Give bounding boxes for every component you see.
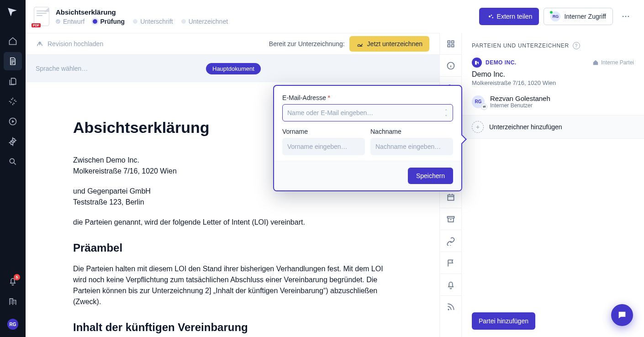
sign-now-button[interactable]: Jetzt unterzeichnen [349, 36, 429, 52]
lastname-label: Nachname [370, 128, 453, 135]
header-more-icon[interactable] [618, 8, 634, 25]
doc-subheading: Präambel [73, 242, 394, 254]
email-combobox[interactable]: ⌃⌄ [282, 104, 453, 121]
document-file-icon: PDF [34, 7, 49, 26]
nav-home-icon[interactable] [4, 32, 22, 50]
tab-main-document[interactable]: Hauptdokument [206, 63, 261, 74]
party-company-name: Demo Inc. [472, 70, 634, 79]
ready-to-sign-label: Bereit zur Unterzeichnung: [269, 40, 345, 47]
document-subbar: Revision hochladen Bereit zur Unterzeich… [26, 33, 439, 55]
email-label: E-Mail-Adresse * [282, 94, 453, 101]
language-select[interactable]: Sprache wählen… [36, 65, 88, 72]
org-code: DEMO INC. [486, 59, 517, 66]
rail-archive-icon[interactable] [440, 208, 462, 230]
help-icon[interactable]: ? [573, 42, 580, 49]
party-address: Molkereistraße 7/16, 1020 Wien [472, 79, 634, 86]
presence-indicator [549, 11, 553, 14]
stage-draft[interactable]: Entwurf [56, 18, 84, 25]
document-stage-row: Entwurf Prüfung Unterschrift Unterzeichn… [56, 18, 228, 25]
plus-icon: + [472, 121, 484, 133]
nav-notifications-icon[interactable]: 5 [4, 272, 22, 290]
nav-documents-icon[interactable] [4, 52, 22, 70]
nav-play-icon[interactable] [4, 112, 22, 131]
internal-access-button[interactable]: RG Interner Zugriff [544, 8, 613, 25]
nav-user-avatar[interactable]: RG [7, 319, 18, 330]
stage-signature[interactable]: Unterschrift [133, 18, 173, 25]
signer-role: Interner Benutzer [490, 102, 550, 109]
share-external-button[interactable]: Extern teilen [479, 8, 539, 25]
save-button[interactable]: Speichern [408, 168, 453, 184]
app-left-rail: 5 RG [0, 0, 26, 337]
add-signer-popover: E-Mail-Adresse * ⌃⌄ Vorname Nachname Spe… [273, 85, 462, 191]
add-party-button[interactable]: Partei hinzufügen [472, 312, 535, 330]
rail-link-icon[interactable] [440, 230, 462, 252]
document-title: Absichtserklärung [56, 8, 228, 16]
nav-search-icon[interactable] [4, 153, 22, 171]
upload-revision-button[interactable]: Revision hochladen [36, 40, 103, 48]
email-input[interactable] [287, 109, 444, 116]
svg-point-5 [628, 16, 629, 17]
rail-flag-icon[interactable] [440, 252, 462, 274]
signer-avatar: RG ⇄ [472, 95, 485, 108]
stage-review[interactable]: Prüfung [93, 18, 125, 25]
notifications-badge: 5 [14, 274, 20, 280]
doc-text: die Parteien genannt, wird der folgende … [73, 217, 394, 228]
nav-activity-icon[interactable] [4, 92, 22, 111]
nav-settings-icon[interactable] [4, 132, 22, 151]
nav-org-icon[interactable] [4, 292, 22, 311]
firstname-label: Vorname [282, 128, 365, 135]
header-avatar: RG [550, 11, 560, 21]
app-logo [6, 6, 19, 19]
intercom-chat-button[interactable] [611, 304, 633, 326]
document-header: PDF Absichtserklärung Entwurf Prüfung Un… [26, 0, 644, 33]
lastname-input[interactable] [370, 138, 453, 155]
side-panel: PARTEIEN UND UNTERZEICHNER ? DEMO INC. I… [461, 33, 644, 337]
rail-info-icon[interactable] [440, 55, 462, 77]
chevron-updown-icon[interactable]: ⌃⌄ [444, 109, 448, 116]
signer-name: Rezvan Golestaneh [490, 95, 550, 102]
file-type-badge: PDF [32, 23, 41, 27]
signer-row[interactable]: RG ⇄ Rezvan Golestaneh Interner Benutzer [462, 88, 644, 115]
rail-grid-icon[interactable] [440, 33, 462, 55]
svg-point-3 [623, 16, 624, 17]
doc-text: Teststraße 123, Berlin [73, 197, 394, 208]
panel-title: PARTEIEN UND UNTERZEICHNER [472, 42, 569, 49]
swap-icon: ⇄ [481, 104, 487, 110]
svg-point-4 [625, 16, 627, 17]
doc-text: Die Parteien halten mit diesem LOI den S… [73, 263, 388, 307]
svg-point-2 [10, 158, 14, 163]
nav-copies-icon[interactable] [4, 72, 22, 90]
rail-rss-icon[interactable] [440, 296, 462, 318]
org-icon [472, 58, 482, 68]
doc-subheading: Inhalt der künftigen Vereinbarung [73, 321, 394, 334]
rail-bell-icon[interactable] [440, 274, 462, 296]
add-signer-button[interactable]: + Unterzeichner hinzufügen [462, 115, 644, 139]
stage-signed[interactable]: Unterzeichnet [181, 18, 228, 25]
firstname-input[interactable] [282, 138, 365, 155]
internal-party-tag: Interne Partei [592, 59, 634, 66]
party-block: DEMO INC. Interne Partei Demo Inc. Molke… [462, 56, 644, 88]
